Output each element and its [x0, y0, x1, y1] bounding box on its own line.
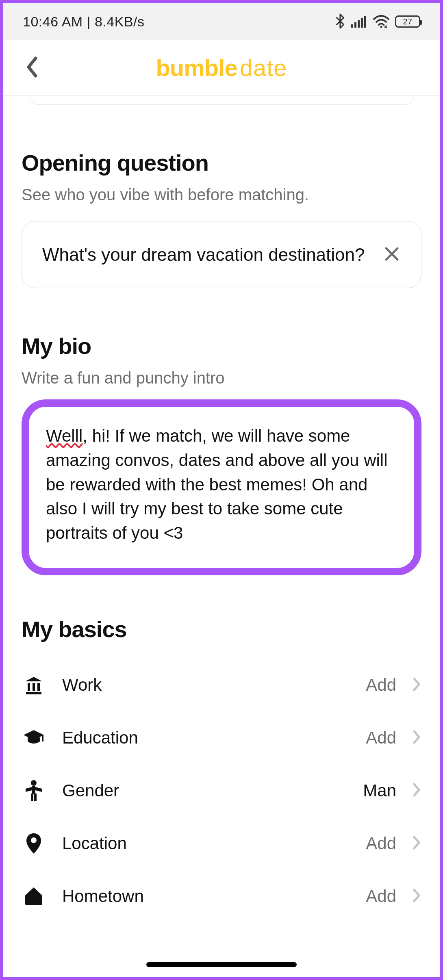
basics-value: Add [366, 834, 396, 853]
svg-rect-12 [32, 786, 35, 794]
basics-value: Man [363, 781, 396, 800]
svg-point-15 [31, 837, 37, 843]
bio-misspelled-word: Welll [46, 426, 83, 445]
status-right: 27 [335, 13, 420, 30]
opening-question-card[interactable]: What's your dream vacation destination? [22, 221, 421, 288]
basics-label: Location [62, 834, 350, 853]
hometown-icon [22, 887, 46, 906]
basics-value: Add [366, 887, 396, 906]
basics-label: Gender [62, 781, 347, 800]
svg-rect-1 [354, 22, 356, 28]
brand-light: date [240, 54, 287, 81]
basics-label: Hometown [62, 887, 350, 906]
basics-row-hometown[interactable]: Hometown Add [22, 870, 421, 923]
wifi-icon [373, 15, 389, 28]
status-speed: 8.4KB/s [95, 14, 145, 29]
back-button[interactable] [26, 56, 39, 79]
basics-row-location[interactable]: Location Add [22, 817, 421, 870]
basics-row-education[interactable]: Education Add [22, 711, 421, 764]
bio-text-field[interactable]: Welll, hi! If we match, we will have som… [22, 399, 421, 575]
svg-rect-0 [351, 24, 353, 28]
chevron-right-icon [413, 783, 421, 799]
status-time: 10:46 AM [23, 14, 83, 29]
bio-text: , hi! If we match, we will have some ama… [46, 426, 388, 542]
statusbar: 10:46 AM | 8.4KB/s 27 [3, 3, 440, 40]
home-indicator[interactable] [146, 962, 297, 967]
battery-level: 27 [403, 17, 412, 26]
svg-rect-14 [34, 794, 37, 801]
app-frame: 10:46 AM | 8.4KB/s 27 bumble date [3, 3, 440, 977]
remove-opening-question-button[interactable] [383, 245, 401, 265]
app-header: bumble date [3, 40, 440, 96]
content-area: Opening question See who you vibe with b… [3, 96, 440, 977]
my-bio-title: My bio [22, 333, 421, 359]
education-icon [22, 729, 46, 746]
opening-question-title: Opening question [22, 150, 421, 176]
basics-value: Add [366, 675, 396, 695]
bluetooth-icon [335, 13, 345, 30]
my-basics-title: My basics [22, 616, 421, 642]
basics-label: Work [62, 675, 350, 695]
svg-rect-8 [33, 683, 35, 691]
brand-bold: bumble [156, 54, 237, 81]
opening-question-subtitle: See who you vibe with before matching. [22, 186, 421, 204]
chevron-right-icon [413, 888, 421, 904]
basics-value: Add [366, 728, 396, 748]
status-left: 10:46 AM | 8.4KB/s [23, 14, 144, 30]
svg-rect-6 [26, 692, 41, 694]
svg-rect-9 [37, 683, 40, 691]
basics-row-gender[interactable]: Gender Man [22, 764, 421, 817]
opening-question-text: What's your dream vacation destination? [42, 243, 365, 267]
signal-icon [351, 15, 367, 28]
work-icon [22, 675, 46, 695]
svg-point-11 [31, 780, 37, 786]
brand-logo: bumble date [156, 54, 287, 81]
svg-rect-13 [31, 794, 33, 801]
my-bio-subtitle: Write a fun and punchy intro [22, 369, 421, 387]
chevron-right-icon [413, 677, 421, 693]
basics-label: Education [62, 728, 350, 748]
svg-rect-3 [361, 18, 363, 28]
svg-rect-2 [358, 20, 360, 28]
svg-rect-4 [364, 16, 366, 28]
gender-icon [22, 780, 46, 802]
basics-row-work[interactable]: Work Add [22, 659, 421, 711]
battery-icon: 27 [395, 15, 420, 28]
chevron-right-icon [413, 835, 421, 852]
svg-rect-10 [42, 735, 43, 742]
prev-card-edge [29, 96, 414, 105]
chevron-right-icon [413, 730, 421, 746]
svg-point-5 [380, 26, 382, 28]
location-icon [22, 833, 46, 854]
svg-rect-7 [28, 683, 30, 691]
